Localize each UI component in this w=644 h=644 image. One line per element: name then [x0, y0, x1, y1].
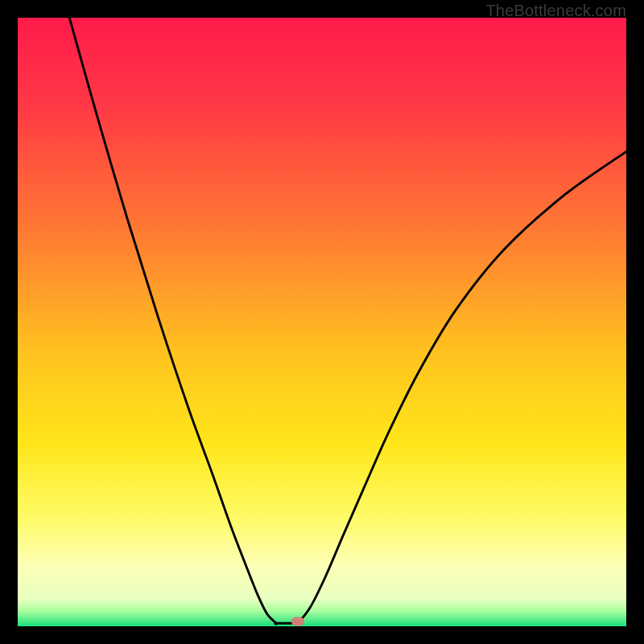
optimal-point-marker	[291, 617, 304, 625]
plot-area	[18, 18, 626, 626]
chart-frame: TheBottleneck.com	[0, 0, 644, 644]
bottleneck-curve	[18, 18, 626, 626]
